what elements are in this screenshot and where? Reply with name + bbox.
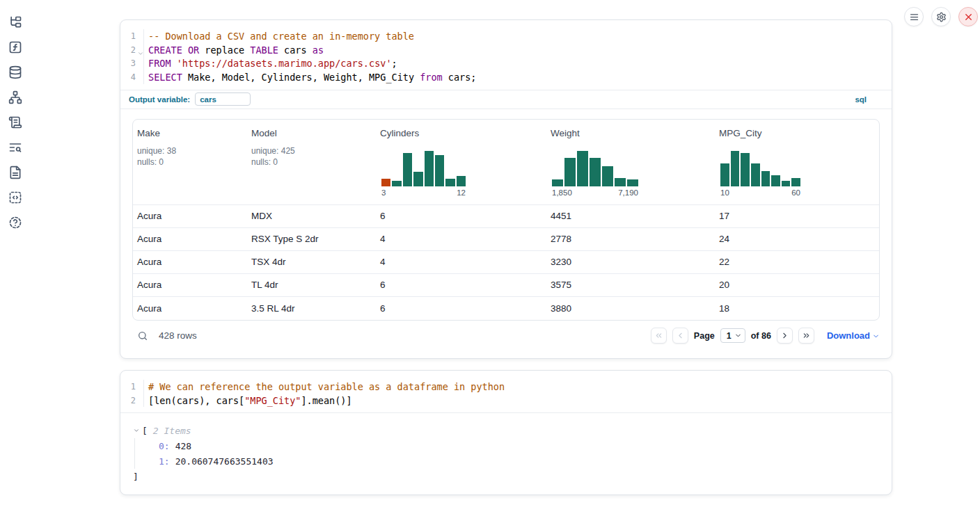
histogram-bar[interactable]	[627, 179, 638, 186]
column-header-mpg_city[interactable]: MPG_City1060	[715, 120, 879, 204]
table-cell: TSX 4dr	[247, 257, 376, 267]
table-cell: 20	[715, 280, 879, 290]
language-badge: sql	[855, 95, 867, 104]
column-stats: unique: 425nulls: 0	[251, 145, 370, 168]
help-icon[interactable]	[8, 216, 22, 230]
file-tree-icon[interactable]	[8, 15, 22, 29]
output-variable-row: Output variable: sql	[120, 90, 892, 109]
code-content: [len(cars), cars["MPG_City"].mean()]	[143, 394, 892, 408]
output-variable-label: Output variable:	[129, 95, 190, 104]
table-cell: 3575	[546, 280, 715, 290]
column-header-weight[interactable]: Weight1,8507,190	[546, 120, 715, 204]
line-number: 1	[120, 382, 143, 392]
output-variable-input[interactable]	[195, 92, 251, 106]
table-cell: 4	[376, 234, 546, 244]
table-cell: Acura	[133, 303, 247, 314]
histogram-bar[interactable]	[425, 151, 434, 186]
table-cell: 22	[715, 257, 879, 267]
column-header-cylinders[interactable]: Cylinders312	[376, 120, 546, 204]
column-name: Cylinders	[380, 128, 541, 138]
tree-entry: 0:428	[159, 438, 892, 453]
histogram-bar[interactable]	[771, 175, 780, 186]
histogram-bar[interactable]	[751, 163, 760, 186]
table-cell: 17	[715, 211, 879, 221]
histogram-bar[interactable]	[761, 171, 770, 186]
code-line: 2CREATE OR replace TABLE cars as	[120, 43, 892, 57]
table-cell: Acura	[133, 234, 247, 244]
table-cell: Acura	[133, 211, 247, 221]
fold-chevron-icon[interactable]	[137, 49, 144, 59]
collapse-icon[interactable]	[133, 427, 140, 434]
table-cell: 6	[376, 211, 546, 221]
histogram-bar[interactable]	[602, 166, 613, 186]
line-number: 3	[120, 58, 143, 68]
histogram-bar[interactable]	[615, 178, 626, 186]
dependency-graph-icon[interactable]	[8, 90, 22, 104]
histogram-bar[interactable]	[577, 151, 588, 186]
histogram-bar[interactable]	[590, 158, 601, 186]
menu-icon	[909, 12, 919, 22]
sql-code-editor[interactable]: 1-- Download a CSV and create an in-memo…	[120, 20, 892, 90]
open-bracket: [	[142, 426, 148, 436]
table-row[interactable]: AcuraMDX6445117	[133, 205, 879, 228]
code-content: FROM 'https://datasets.marimo.app/cars.c…	[143, 56, 892, 70]
code-content: SELECT Make, Model, Cylinders, Weight, M…	[143, 70, 892, 84]
python-code-editor[interactable]: 1# We can reference the output variable …	[120, 371, 892, 412]
sql-cell: 1-- Download a CSV and create an in-memo…	[120, 19, 892, 359]
table-row[interactable]: Acura3.5 RL 4dr6388018	[133, 297, 879, 320]
histogram-bar[interactable]	[392, 181, 401, 186]
histogram-bar[interactable]	[457, 176, 466, 186]
function-square-icon[interactable]	[8, 40, 22, 54]
column-header-make[interactable]: Makeunique: 38nulls: 0	[133, 120, 247, 204]
table-cell: 18	[715, 303, 879, 314]
next-page-button[interactable]	[777, 328, 793, 344]
table-row[interactable]: AcuraTSX 4dr4323022	[133, 251, 879, 274]
sidebar-panel-icons	[0, 0, 31, 507]
table-body: AcuraMDX6445117AcuraRSX Type S 2dr427782…	[133, 205, 879, 320]
chevron-left-icon	[676, 331, 685, 340]
histogram-bar[interactable]	[552, 179, 563, 186]
histogram-bar[interactable]	[413, 172, 422, 186]
download-button[interactable]: Download	[827, 330, 880, 341]
histogram-bar[interactable]	[731, 151, 740, 186]
last-page-button[interactable]	[798, 328, 814, 344]
gear-icon	[936, 12, 947, 22]
table-row[interactable]: AcuraRSX Type S 2dr4277824	[133, 228, 879, 251]
python-cell: 1# We can reference the output variable …	[120, 370, 892, 495]
histogram-bar[interactable]	[381, 179, 390, 186]
line-number: 2	[120, 45, 143, 55]
first-page-button[interactable]	[651, 328, 667, 344]
column-header-model[interactable]: Modelunique: 425nulls: 0	[247, 120, 376, 204]
settings-button[interactable]	[931, 7, 951, 26]
python-output: [ 2 Items 0:4281:20.060747663551403 ]	[120, 412, 892, 484]
column-name: MPG_City	[719, 128, 874, 138]
table-cell: 24	[715, 234, 879, 244]
database-icon[interactable]	[8, 65, 22, 79]
line-number: 1	[120, 31, 143, 41]
prev-page-button[interactable]	[672, 328, 688, 344]
histogram-bar[interactable]	[791, 178, 800, 186]
shutdown-button[interactable]	[958, 7, 978, 26]
histogram-bar[interactable]	[435, 155, 444, 186]
documentation-icon[interactable]	[8, 166, 22, 179]
page-select[interactable]: 1	[720, 328, 745, 343]
histogram-bar[interactable]	[741, 153, 750, 186]
table-cell: 2778	[546, 234, 715, 244]
table-row[interactable]: AcuraTL 4dr6357520	[133, 274, 879, 297]
histogram-bar[interactable]	[720, 163, 729, 186]
notebook-menu-button[interactable]	[904, 7, 924, 26]
histogram-bar[interactable]	[782, 181, 791, 186]
table-cell: 4	[376, 257, 546, 267]
snippets-icon[interactable]	[8, 191, 22, 204]
chevron-down-icon	[872, 331, 880, 340]
logs-icon[interactable]	[8, 140, 22, 154]
table-cell: 6	[376, 280, 546, 290]
histogram-bar[interactable]	[403, 153, 412, 186]
scratchpad-icon[interactable]	[8, 115, 22, 129]
code-line: 2[len(cars), cars["MPG_City"].mean()]	[120, 394, 892, 408]
search-icon[interactable]	[137, 330, 148, 341]
histogram-bar[interactable]	[564, 158, 576, 186]
histogram-bar[interactable]	[445, 179, 455, 186]
histogram-range-labels: 1060	[720, 188, 800, 197]
table-cell: Acura	[133, 280, 247, 290]
